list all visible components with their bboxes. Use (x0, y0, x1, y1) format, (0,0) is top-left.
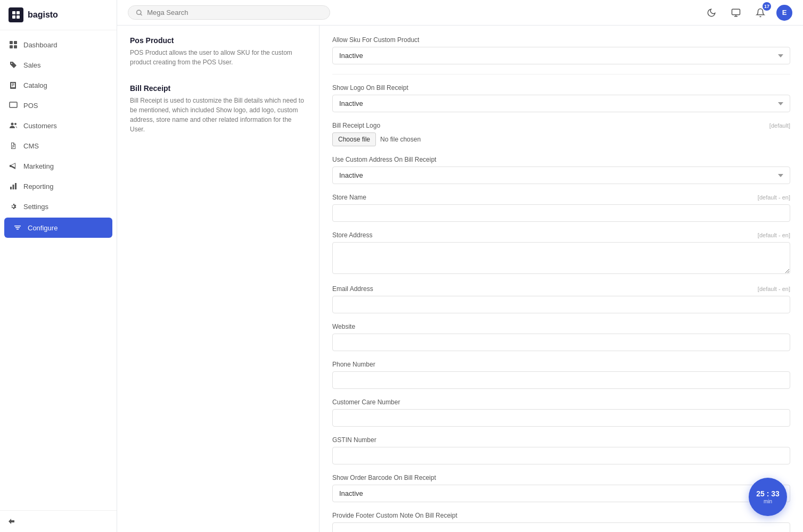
website-label: Website (332, 323, 790, 330)
svg-rect-12 (13, 185, 14, 189)
sales-label: Sales (23, 61, 41, 69)
sidebar-collapse[interactable] (0, 510, 117, 532)
field-bill-receipt-logo: Bill Receipt Logo [default] Choose file … (332, 122, 790, 146)
configure-label: Configure (28, 224, 58, 232)
customers-label: Customers (23, 122, 57, 130)
sidebar-item-settings[interactable]: Settings (0, 196, 117, 217)
field-phone-number: Phone Number (332, 361, 790, 389)
logo-text: bagisto (28, 10, 58, 20)
allow-sku-select[interactable]: Inactive Active (332, 47, 790, 64)
field-store-name: Store Name [default - en] (332, 194, 790, 222)
file-text-icon (9, 141, 18, 151)
show-logo-select[interactable]: Inactive Active (332, 95, 790, 112)
pos-label: POS (23, 102, 38, 110)
field-email-address: Email Address [default - en] (332, 285, 790, 313)
sidebar-item-customers[interactable]: Customers (0, 115, 117, 136)
moon-icon[interactable] (703, 4, 720, 21)
show-logo-label: Show Logo On Bill Receipt (332, 84, 790, 92)
allow-sku-label: Allow Sku For Custom Product (332, 36, 790, 44)
custom-address-label: Use Custom Address On Bill Receipt (332, 156, 790, 163)
svg-point-9 (11, 123, 14, 126)
sidebar-item-configure[interactable]: Configure (4, 218, 112, 238)
settings-icon (9, 202, 18, 211)
sidebar-item-dashboard[interactable]: Dashboard (0, 35, 117, 55)
svg-rect-5 (14, 41, 17, 44)
svg-rect-6 (10, 45, 13, 48)
svg-point-10 (14, 123, 17, 125)
bill-receipt-section: Bill Receipt Bill Receipt is used to cus… (130, 84, 306, 134)
notification-badge-count: 17 (763, 2, 771, 11)
email-address-label: Email Address [default - en] (332, 285, 790, 293)
megaphone-icon (9, 161, 18, 171)
footer-custom-note-textarea[interactable] (332, 522, 790, 532)
pos-product-section: Pos Product POS Product allows the user … (130, 36, 306, 67)
store-name-label: Store Name [default - en] (332, 194, 790, 201)
field-store-address: Store Address [default - en] (332, 231, 790, 276)
bill-receipt-logo-label: Bill Receipt Logo [default] (332, 122, 790, 129)
sidebar-item-pos[interactable]: POS (0, 95, 117, 115)
sidebar-item-cms[interactable]: CMS (0, 136, 117, 156)
dashboard-label: Dashboard (23, 41, 58, 49)
sidebar-logo: bagisto (0, 0, 117, 30)
grid-icon (9, 40, 18, 49)
field-gstin-number: GSTIN Number (332, 436, 790, 464)
collapse-button[interactable] (9, 517, 108, 526)
field-custom-address: Use Custom Address On Bill Receipt Inact… (332, 156, 790, 184)
field-website: Website (332, 323, 790, 351)
gstin-number-input[interactable] (332, 447, 790, 464)
sidebar-item-catalog[interactable]: Catalog (0, 75, 117, 95)
svg-rect-0 (12, 11, 15, 14)
sidebar-item-reporting[interactable]: Reporting (0, 176, 117, 196)
svg-rect-15 (732, 9, 740, 15)
show-order-barcode-label: Show Order Barcode On Bill Receipt (332, 474, 790, 481)
svg-rect-2 (12, 15, 15, 19)
timer-bubble[interactable]: 25 : 33 min (749, 478, 787, 516)
show-order-barcode-select[interactable]: Inactive Active (332, 485, 790, 502)
settings-label: Settings (23, 203, 48, 211)
timer-label: min (764, 498, 772, 504)
tag-icon (9, 60, 18, 70)
pos-product-desc: POS Product allows the user to allow SKU… (130, 48, 306, 67)
main-content: Pos Product POS Product allows the user … (117, 26, 803, 532)
top-header: 17 E (117, 0, 803, 26)
sidebar-item-marketing[interactable]: Marketing (0, 156, 117, 176)
store-name-input[interactable] (332, 204, 790, 222)
email-address-hint: [default - en] (758, 286, 790, 292)
store-address-hint: [default - en] (758, 232, 790, 238)
screen-icon[interactable] (727, 4, 744, 21)
customer-care-number-input[interactable] (332, 409, 790, 427)
phone-number-input[interactable] (332, 371, 790, 389)
right-panel: Allow Sku For Custom Product Inactive Ac… (319, 26, 803, 532)
user-avatar[interactable]: E (776, 5, 792, 21)
website-input[interactable] (332, 334, 790, 351)
file-input-row: Choose file No file chosen (332, 132, 790, 146)
svg-rect-8 (10, 102, 17, 107)
custom-address-select[interactable]: Inactive Active (332, 167, 790, 184)
choose-file-button[interactable]: Choose file (332, 132, 376, 146)
notification-icon[interactable]: 17 (752, 4, 769, 21)
store-address-label: Store Address [default - en] (332, 231, 790, 239)
svg-rect-13 (15, 183, 17, 189)
reporting-label: Reporting (23, 182, 53, 190)
store-address-textarea[interactable] (332, 242, 790, 274)
sliders-icon (13, 223, 22, 232)
search-input[interactable] (147, 9, 322, 16)
pos-product-title: Pos Product (130, 36, 306, 45)
sidebar: bagisto Dashboard Sales Catalog POS (0, 0, 117, 532)
marketing-label: Marketing (23, 162, 54, 170)
svg-rect-4 (10, 41, 13, 44)
field-allow-sku: Allow Sku For Custom Product Inactive Ac… (332, 36, 790, 64)
timer-time: 25 : 33 (756, 489, 780, 498)
monitor-icon (9, 101, 18, 110)
field-show-order-barcode: Show Order Barcode On Bill Receipt Inact… (332, 474, 790, 502)
email-address-input[interactable] (332, 296, 790, 313)
catalog-label: Catalog (23, 81, 47, 89)
header-actions: 17 E (703, 4, 792, 21)
svg-rect-1 (17, 11, 20, 14)
content-area: Pos Product POS Product allows the user … (117, 26, 803, 532)
search-bar[interactable] (128, 5, 330, 20)
left-panel: Pos Product POS Product allows the user … (117, 26, 319, 532)
footer-custom-note-label: Provide Footer Custom Note On Bill Recei… (332, 512, 790, 519)
logo-icon (9, 7, 23, 22)
sidebar-item-sales[interactable]: Sales (0, 55, 117, 75)
